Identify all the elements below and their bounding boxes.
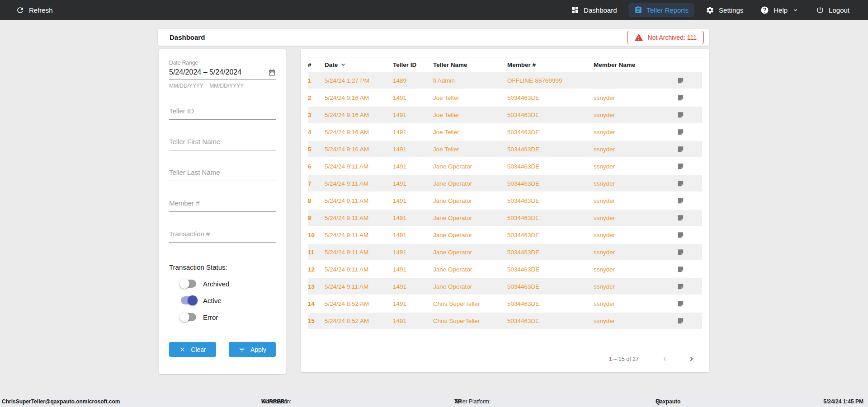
- row-member-number: 5034463DE: [507, 94, 594, 101]
- note-icon[interactable]: [673, 214, 688, 222]
- table-row[interactable]: 4 5/24/24 9:16 AM 1491 Joe Teller 503446…: [308, 124, 702, 141]
- table-body: 1 5/24/24 1:27 PM 1489 fi Admin OFFLINE-…: [308, 72, 702, 330]
- column-header-number[interactable]: #: [308, 61, 325, 68]
- not-archived-badge[interactable]: Not Archived: 111: [627, 31, 704, 44]
- row-teller-name: Jane Operator: [433, 232, 507, 239]
- column-header-teller-name[interactable]: Teller Name: [433, 61, 507, 68]
- help-icon: [760, 6, 769, 14]
- row-teller-id: 1491: [393, 300, 433, 307]
- column-header-date[interactable]: Date: [325, 61, 393, 68]
- nav-item-teller-reports[interactable]: Teller Reports: [628, 3, 695, 17]
- table-row[interactable]: 14 5/24/24 8:52 AM 1491 Chris SuperTelle…: [308, 295, 702, 313]
- row-teller-id: 1491: [393, 94, 433, 101]
- row-number: 6: [308, 163, 325, 170]
- chevron-left-icon: [660, 355, 669, 363]
- fi-info: FI: Qaxpauto: [656, 397, 680, 407]
- date-range-field[interactable]: [169, 68, 276, 80]
- table-row[interactable]: 1 5/24/24 1:27 PM 1489 fi Admin OFFLINE-…: [308, 72, 702, 89]
- table-row[interactable]: 9 5/24/24 9:11 AM 1491 Jane Operator 503…: [308, 210, 702, 227]
- table-row[interactable]: 15 5/24/24 8:52 AM 1491 Chris SuperTelle…: [308, 313, 702, 330]
- row-teller-id: 1491: [393, 163, 433, 170]
- table-row[interactable]: 3 5/24/24 9:16 AM 1491 Joe Teller 503446…: [308, 107, 702, 124]
- dashboard-icon: [571, 6, 579, 14]
- date-range-input[interactable]: [169, 68, 268, 76]
- note-icon[interactable]: [673, 77, 688, 84]
- row-teller-id: 1491: [393, 180, 433, 187]
- row-date: 5/24/24 9:11 AM: [325, 283, 393, 290]
- row-teller-id: 1491: [393, 129, 433, 136]
- row-member-name: ssnyder: [594, 197, 673, 204]
- table-row[interactable]: 2 5/24/24 9:16 AM 1491 Joe Teller 503446…: [308, 89, 702, 107]
- note-icon[interactable]: [673, 248, 688, 256]
- teller-last-name-input[interactable]: [169, 168, 276, 181]
- row-teller-id: 1491: [393, 197, 433, 204]
- row-member-number: 5034463DE: [507, 318, 594, 324]
- archived-toggle-row: Archived: [169, 280, 276, 288]
- row-member-name: ssnyder: [594, 112, 673, 118]
- transaction-number-input[interactable]: [169, 230, 276, 242]
- pagination: 1 – 15 of 27: [308, 352, 702, 366]
- note-icon[interactable]: [673, 94, 688, 102]
- note-icon[interactable]: [673, 283, 688, 290]
- row-member-number: 5034463DE: [507, 283, 594, 290]
- row-date: 5/24/24 9:11 AM: [325, 215, 393, 221]
- clear-button[interactable]: Clear: [169, 342, 216, 357]
- table-row[interactable]: 7 5/24/24 9:11 AM 1491 Jane Operator 503…: [308, 175, 702, 192]
- nav-item-logout[interactable]: Logout: [810, 3, 855, 17]
- note-icon[interactable]: [673, 300, 688, 308]
- archived-toggle[interactable]: [181, 280, 196, 288]
- row-number: 10: [308, 232, 325, 239]
- teller-platform-info: Teller Platform: XP: [454, 397, 462, 407]
- note-icon[interactable]: [673, 163, 688, 170]
- error-toggle-label: Error: [203, 313, 218, 321]
- teller-last-name-field: [169, 168, 276, 181]
- table-row[interactable]: 5 5/24/24 9:16 AM 1491 Joe Teller 503446…: [308, 141, 702, 158]
- error-toggle[interactable]: [181, 313, 196, 321]
- active-toggle[interactable]: [181, 296, 196, 304]
- note-icon[interactable]: [673, 180, 688, 187]
- nav-item-label: Logout: [829, 6, 849, 14]
- apply-button[interactable]: Apply: [229, 342, 276, 357]
- calendar-icon[interactable]: [268, 69, 276, 76]
- nav-item-settings[interactable]: Settings: [700, 3, 749, 18]
- note-icon[interactable]: [673, 197, 688, 205]
- row-member-name: ssnyder: [594, 163, 673, 170]
- table-row[interactable]: 10 5/24/24 9:11 AM 1491 Jane Operator 50…: [308, 227, 702, 244]
- table-row[interactable]: 8 5/24/24 9:11 AM 1491 Jane Operator 503…: [308, 192, 702, 210]
- table-row[interactable]: 11 5/24/24 9:11 AM 1491 Jane Operator 50…: [308, 244, 702, 261]
- nav-item-help[interactable]: Help: [755, 3, 805, 18]
- note-icon[interactable]: [673, 111, 688, 119]
- note-icon[interactable]: [673, 231, 688, 239]
- row-member-name: ssnyder: [594, 180, 673, 187]
- row-number: 3: [308, 112, 325, 118]
- row-number: 8: [308, 197, 325, 204]
- table-row[interactable]: 6 5/24/24 9:11 AM 1491 Jane Operator 503…: [308, 158, 702, 175]
- row-teller-id: 1491: [393, 249, 433, 256]
- filter-panel: Date Range MM/DD/YYYY – MM/DD/YYYY Trans…: [159, 49, 286, 374]
- row-teller-id: 1489: [393, 77, 433, 84]
- table-row[interactable]: 13 5/24/24 9:11 AM 1491 Jane Operator 50…: [308, 278, 702, 295]
- table-row[interactable]: 12 5/24/24 9:11 AM 1491 Jane Operator 50…: [308, 261, 702, 278]
- transaction-number-field: [169, 230, 276, 243]
- column-header-member-number[interactable]: Member #: [507, 61, 594, 68]
- next-page-button[interactable]: [684, 352, 698, 366]
- row-member-number: OFFLINE-88769999: [507, 77, 594, 84]
- row-member-name: ssnyder: [594, 266, 673, 273]
- note-icon[interactable]: [673, 317, 688, 325]
- column-header-teller-id[interactable]: Teller ID: [393, 61, 433, 68]
- previous-page-button[interactable]: [658, 352, 672, 366]
- teller-id-input[interactable]: [169, 107, 276, 119]
- row-number: 13: [308, 283, 325, 290]
- note-icon[interactable]: [673, 128, 688, 136]
- refresh-button[interactable]: Refresh: [10, 3, 59, 18]
- filter-icon: [238, 346, 245, 353]
- member-number-input[interactable]: [169, 199, 276, 211]
- row-teller-id: 1491: [393, 283, 433, 290]
- nav-item-dashboard[interactable]: Dashboard: [565, 3, 623, 17]
- row-member-number: 5034463DE: [507, 249, 594, 256]
- note-icon[interactable]: [673, 145, 688, 153]
- column-header-member-name[interactable]: Member Name: [594, 61, 673, 68]
- teller-first-name-input[interactable]: [169, 138, 276, 150]
- apply-button-label: Apply: [250, 346, 266, 353]
- note-icon[interactable]: [673, 266, 688, 273]
